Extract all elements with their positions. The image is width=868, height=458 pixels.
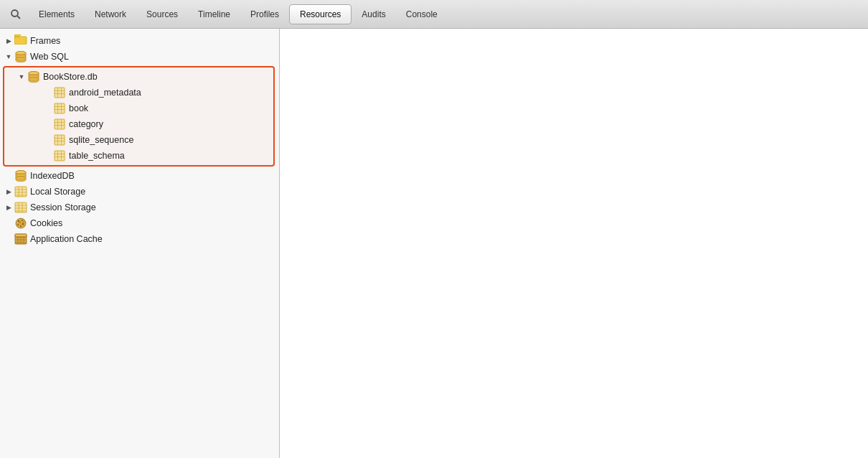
indexeddb-icon [14,169,27,182]
svg-rect-31 [55,151,65,161]
content-area [280,29,868,458]
appcache-arrow [3,233,14,245]
tab-resources[interactable]: Resources [289,4,352,24]
sidebar-item-frames[interactable]: Frames [0,33,279,49]
bookstore-icon [27,70,40,83]
bookstore-group: BookStore.db android_metadata [3,66,275,167]
table-icon-sqlite-seq [53,134,66,146]
svg-point-57 [20,225,22,227]
android-metadata-label: android_metadata [69,88,141,98]
svg-rect-61 [15,234,27,237]
sidebar-item-sqlite-sequence[interactable]: sqlite_sequence [4,132,273,148]
svg-rect-26 [55,135,65,145]
category-label: category [69,119,103,129]
book-label: book [69,103,88,113]
websql-icon [14,50,27,63]
appcache-label: Application Cache [30,234,103,244]
frames-label: Frames [30,36,60,46]
svg-point-54 [22,220,23,221]
svg-rect-11 [55,88,65,98]
main-layout: Frames Web SQL [0,29,868,458]
svg-point-0 [11,10,18,17]
sessionstorage-icon [14,201,27,214]
sidebar-item-book[interactable]: book [4,101,273,116]
category-arrow [42,118,53,130]
tab-timeline[interactable]: Timeline [188,5,240,24]
tab-sources[interactable]: Sources [136,5,188,24]
svg-rect-16 [55,103,65,113]
websql-arrow [3,51,14,62]
sidebar-item-websql[interactable]: Web SQL [0,49,279,65]
sidebar-item-indexeddb[interactable]: IndexedDB [0,168,279,184]
search-icon[interactable] [6,4,26,24]
svg-point-53 [18,220,19,222]
book-arrow [42,103,53,114]
tab-console[interactable]: Console [396,5,448,24]
bookstore-arrow [16,71,27,83]
sqlite-seq-arrow [42,134,53,146]
cookies-arrow [3,218,14,229]
localstorage-icon [14,185,27,198]
svg-point-56 [22,223,24,225]
sessionstorage-label: Session Storage [30,202,96,212]
tab-network[interactable]: Network [85,5,136,24]
sidebar-item-table-schema[interactable]: table_schema [4,148,273,164]
localstorage-label: Local Storage [30,187,85,197]
table-schema-arrow [42,150,53,162]
sidebar: Frames Web SQL [0,29,280,458]
table-schema-label: table_schema [69,151,125,161]
table-icon-android [53,86,66,99]
cookies-icon [14,217,27,230]
tab-profiles[interactable]: Profiles [240,5,289,24]
sqlite-seq-label: sqlite_sequence [69,135,133,145]
table-icon-category [53,118,66,131]
indexeddb-label: IndexedDB [30,171,75,181]
svg-line-1 [17,16,20,19]
sessionstorage-arrow [3,202,14,213]
android-metadata-arrow [42,87,53,98]
sidebar-item-local-storage[interactable]: Local Storage [0,184,279,200]
svg-point-58 [19,222,21,223]
websql-label: Web SQL [30,52,69,62]
tab-elements[interactable]: Elements [29,5,85,24]
svg-rect-21 [55,119,65,129]
toolbar: Elements Network Sources Timeline Profil… [0,0,868,29]
sidebar-item-app-cache[interactable]: Application Cache [0,231,279,247]
indexeddb-arrow [3,170,14,182]
table-icon-book [53,102,66,115]
appcache-icon [14,233,27,246]
frames-arrow [3,35,14,47]
sidebar-item-bookstore[interactable]: BookStore.db [4,69,273,85]
svg-rect-2 [14,37,27,45]
svg-point-59 [23,221,24,222]
folder-icon [14,34,27,47]
sidebar-item-category[interactable]: category [4,116,273,132]
tab-audits[interactable]: Audits [352,5,395,24]
bookstore-label: BookStore.db [43,72,98,82]
cookies-label: Cookies [30,218,62,228]
svg-point-55 [17,224,19,225]
sidebar-item-cookies[interactable]: Cookies [0,215,279,231]
sidebar-item-android-metadata[interactable]: android_metadata [4,85,273,101]
sidebar-item-session-storage[interactable]: Session Storage [0,200,279,215]
localstorage-arrow [3,186,14,197]
table-icon-schema [53,149,66,162]
